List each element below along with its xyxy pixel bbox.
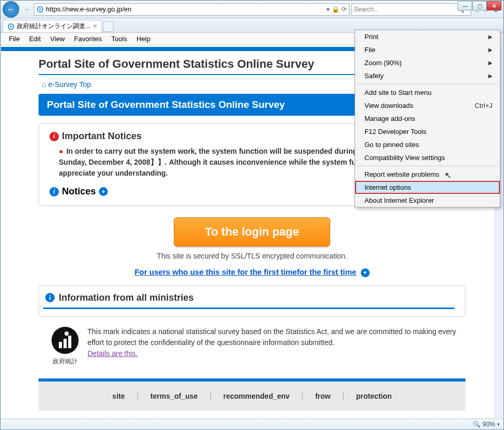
footer-links: site terms_of_use recommended_env frow p…: [39, 382, 465, 411]
statistics-mark-label: 政府統計: [51, 357, 79, 366]
menu-separator: [357, 84, 498, 84]
menu-add-start[interactable]: Add site to Start menu: [355, 86, 500, 99]
menu-manage-addons[interactable]: Manage add-ons: [355, 112, 500, 125]
footer: site terms_of_use recommended_env frow p…: [39, 378, 465, 411]
forward-button[interactable]: →: [21, 4, 32, 15]
menu-edit[interactable]: Edit: [25, 33, 45, 44]
svg-rect-3: [59, 342, 62, 348]
footer-protection[interactable]: protection: [344, 392, 404, 400]
breadcrumb-label: e-Survey Top: [48, 80, 91, 89]
menu-view-downloads[interactable]: View downloadsCtrl+J: [355, 99, 500, 112]
statistics-mark-icon: [51, 326, 79, 354]
menu-view[interactable]: View: [46, 33, 69, 44]
zoom-dropdown-icon[interactable]: ▾: [497, 422, 500, 427]
new-tab-button[interactable]: [103, 21, 114, 32]
search-bar[interactable]: 🔍 ▾: [351, 3, 471, 16]
close-button[interactable]: ✕: [487, 1, 501, 10]
navigation-row: ← → ▾ 🔒 ⟳ 🔍 ▾ ⌂ ☆ ⚙: [1, 1, 503, 18]
menu-tools[interactable]: Tools: [107, 33, 131, 44]
menu-file[interactable]: File: [5, 33, 24, 44]
tab-close-icon[interactable]: ✕: [93, 23, 97, 30]
info-icon: i: [45, 293, 55, 302]
footer-frow[interactable]: frow: [303, 392, 344, 400]
svg-point-6: [65, 331, 69, 336]
login-button[interactable]: To the login page: [174, 217, 330, 247]
menu-help[interactable]: Help: [132, 33, 155, 44]
browser-window: — ▢ ✕ ← → ▾ 🔒 ⟳ 🔍 ▾ ⌂ ☆ ⚙ 政府統計オ: [0, 0, 504, 430]
menu-report[interactable]: Report website problems: [355, 168, 500, 181]
menu-file-sub[interactable]: File▶: [355, 43, 500, 56]
submenu-arrow-icon: ▶: [488, 47, 493, 53]
ie-icon: [7, 23, 15, 30]
first-time-link[interactable]: For users who use this site for the firs…: [134, 267, 356, 276]
window-controls: — ▢ ✕: [458, 1, 501, 10]
tab-active[interactable]: 政府統計オンライン調査... ✕: [3, 20, 102, 32]
statistics-mark-row: 政府統計 This mark indicates a national stat…: [39, 317, 465, 366]
menu-safety[interactable]: Safety▶: [355, 69, 500, 82]
menu-print[interactable]: Print▶: [355, 30, 500, 43]
menu-compat[interactable]: Compatibility View settings: [355, 151, 500, 164]
svg-rect-4: [64, 339, 67, 348]
bullet-icon: ●: [59, 147, 63, 155]
refresh-icon[interactable]: ⟳: [342, 6, 347, 13]
menu-about[interactable]: About Internet Explorer: [355, 194, 500, 207]
tools-menu: Print▶ File▶ Zoom (90%)▶ Safety▶ Add sit…: [355, 30, 500, 207]
footer-site[interactable]: site: [100, 392, 138, 400]
notices-title: Notices: [62, 186, 96, 197]
info-icon: i: [49, 187, 59, 196]
ie-icon: [36, 6, 44, 13]
menu-f12[interactable]: F12 Developer Tools: [355, 125, 500, 138]
maximize-button[interactable]: ▢: [472, 1, 487, 10]
menu-separator: [357, 166, 498, 166]
statistics-mark-text: This mark indicates a national statistic…: [87, 326, 460, 359]
status-bar: 🔍 90% ▾: [1, 419, 503, 429]
submenu-arrow-icon: ▶: [488, 60, 493, 66]
menu-zoom[interactable]: Zoom (90%)▶: [355, 56, 500, 69]
expand-icon[interactable]: +: [99, 187, 108, 196]
ministries-box: i Information from all ministries: [39, 286, 465, 317]
menu-internet-options[interactable]: Internet options: [355, 181, 500, 194]
svg-rect-5: [68, 336, 71, 348]
menu-pinned[interactable]: Go to pinned sites: [355, 138, 500, 151]
home-icon: ⌂: [42, 80, 46, 89]
footer-terms[interactable]: terms_of_use: [138, 392, 211, 400]
important-notices-title: Important Notices: [62, 131, 142, 142]
dropdown-icon[interactable]: ▾: [326, 6, 330, 13]
first-time-row: For users who use this site for the firs…: [39, 264, 465, 286]
address-extras: ▾ 🔒 ⟳: [326, 6, 347, 13]
submenu-arrow-icon: ▶: [488, 73, 493, 79]
shortcut-label: Ctrl+J: [475, 102, 493, 109]
ministries-heading: i Information from all ministries: [43, 292, 455, 309]
alert-icon: i: [49, 132, 59, 141]
statistics-mark: 政府統計: [51, 326, 79, 366]
search-input[interactable]: [354, 6, 457, 13]
expand-icon[interactable]: +: [361, 268, 370, 277]
zoom-icon[interactable]: 🔍: [473, 421, 481, 428]
tab-title: 政府統計オンライン調査...: [17, 22, 91, 31]
footer-recommended[interactable]: recommended_env: [211, 392, 303, 400]
cursor-icon: ↖: [445, 170, 451, 180]
minimize-button[interactable]: —: [458, 1, 472, 10]
lock-icon: 🔒: [332, 6, 339, 13]
back-button[interactable]: ←: [3, 1, 19, 18]
zoom-level[interactable]: 90%: [483, 421, 495, 428]
secure-note: This site is secured by SSL/TLS encrypte…: [39, 252, 465, 264]
ministries-title: Information from all ministries: [59, 292, 194, 303]
submenu-arrow-icon: ▶: [488, 34, 493, 40]
details-link[interactable]: Details are this.: [87, 349, 137, 358]
mark-description: This mark indicates a national statistic…: [87, 327, 456, 347]
menu-favorites[interactable]: Favorites: [70, 33, 106, 44]
address-bar[interactable]: ▾ 🔒 ⟳: [34, 3, 349, 16]
url-input[interactable]: [46, 5, 324, 13]
